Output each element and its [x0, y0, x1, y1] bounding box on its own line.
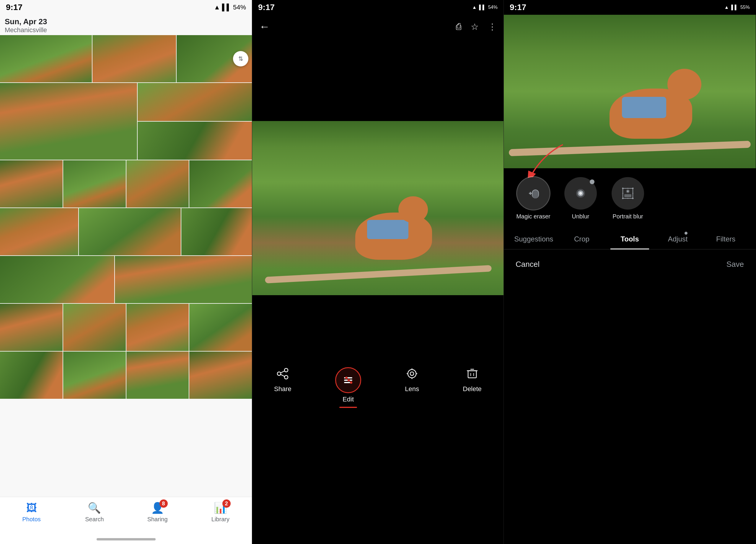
share-label: Share — [274, 385, 291, 393]
list-item[interactable] — [189, 351, 252, 399]
list-item[interactable] — [0, 160, 63, 208]
unblur-label: Unblur — [572, 213, 589, 220]
list-item[interactable] — [0, 208, 78, 255]
viewer-bottom-black — [252, 295, 504, 360]
home-indicator-2 — [348, 538, 408, 540]
nav-item-photos[interactable]: 🖼 Photos — [0, 502, 63, 523]
signal-icon-1: ▌▌ — [222, 4, 231, 11]
delete-action[interactable]: Delete — [463, 367, 482, 393]
list-item[interactable] — [189, 304, 252, 351]
list-item[interactable] — [126, 160, 189, 208]
nav-item-library[interactable]: 📊 2 Library — [189, 502, 252, 523]
svg-point-38 — [627, 188, 628, 189]
tool-unblur[interactable]: Unblur — [563, 177, 598, 220]
status-icons-1: ▲ ▌▌ 54% — [214, 4, 246, 11]
cast-icon[interactable]: ⎙ — [456, 22, 461, 32]
svg-point-1 — [284, 375, 288, 379]
adjust-tab-dot — [685, 232, 687, 235]
viewer-header-actions: ⎙ ☆ ⋮ — [456, 22, 496, 32]
wifi-icon-3: ▲ — [724, 5, 729, 10]
battery-icon-3: 55% — [740, 5, 750, 10]
share-action[interactable]: Share — [274, 367, 291, 393]
svg-point-2 — [277, 372, 281, 375]
status-bar-3: 9:17 ▲ ▌▌ 55% — [504, 0, 756, 15]
edit-bottom-actions: Cancel Save — [504, 250, 756, 279]
home-indicator-3 — [600, 538, 659, 540]
status-time-3: 9:17 — [510, 3, 526, 12]
svg-point-35 — [632, 188, 634, 189]
list-item[interactable] — [0, 351, 63, 399]
svg-point-36 — [622, 198, 624, 199]
list-item[interactable] — [189, 160, 252, 208]
portrait-blur-label: Portrait blur — [612, 213, 643, 220]
photos-location: Mechanicsville — [5, 26, 247, 34]
viewer-header: ← ⎙ ☆ ⋮ — [252, 15, 504, 38]
list-item[interactable] — [126, 304, 189, 351]
star-icon[interactable]: ☆ — [471, 22, 479, 32]
svg-point-40 — [632, 193, 633, 194]
list-item[interactable] — [0, 35, 92, 82]
wifi-icon-1: ▲ — [214, 4, 220, 11]
home-indicator-1 — [97, 538, 156, 540]
svg-point-10 — [350, 381, 352, 384]
tool-magic-eraser[interactable]: Magic eraser — [516, 177, 551, 220]
tab-crop[interactable]: Crop — [558, 229, 606, 250]
list-item[interactable] — [63, 351, 126, 399]
share-icon — [276, 367, 289, 383]
list-item[interactable] — [138, 83, 252, 121]
nav-item-search[interactable]: 🔍 Search — [63, 502, 126, 523]
nav-item-sharing[interactable]: 👤 8 Sharing — [126, 502, 189, 523]
list-item[interactable] — [79, 208, 181, 255]
photos-header: Sun, Apr 23 Mechanicsville — [0, 15, 252, 35]
svg-rect-24 — [532, 190, 538, 198]
search-nav-icon: 🔍 — [88, 502, 101, 514]
svg-point-37 — [632, 198, 634, 199]
list-item[interactable] — [181, 208, 252, 255]
tool-portrait-blur[interactable]: Portrait blur — [610, 177, 646, 220]
tool-dot — [590, 180, 594, 184]
list-item[interactable] — [63, 304, 126, 351]
list-item[interactable] — [115, 256, 252, 303]
svg-rect-33 — [624, 194, 631, 197]
scroll-indicator[interactable]: ⇅ — [233, 51, 248, 66]
more-options-icon[interactable]: ⋮ — [488, 22, 496, 32]
tab-adjust[interactable]: Adjust — [654, 229, 702, 250]
status-bar-1: 9:17 ▲ ▌▌ 54% — [0, 0, 252, 15]
photos-panel: 9:17 ▲ ▌▌ 54% Sun, Apr 23 Mechanicsville… — [0, 0, 252, 544]
list-item[interactable] — [0, 304, 63, 351]
list-item[interactable] — [138, 122, 252, 160]
svg-point-34 — [622, 188, 624, 189]
battery-icon-2: 54% — [488, 5, 498, 10]
signal-icon-2: ▌▌ — [479, 5, 486, 10]
list-item[interactable] — [0, 83, 137, 160]
edit-tools-panel: 9:17 ▲ ▌▌ 55% — [504, 0, 756, 544]
list-item[interactable] — [92, 35, 176, 82]
main-photo[interactable] — [252, 121, 504, 295]
svg-point-8 — [345, 377, 348, 379]
lens-action[interactable]: Lens — [405, 367, 419, 393]
tab-filters[interactable]: Filters — [702, 229, 750, 250]
status-bar-2: 9:17 ▲ ▌▌ 54% — [252, 0, 504, 15]
edit-action[interactable]: Edit — [335, 367, 361, 408]
tab-suggestions-label: Suggestions — [514, 235, 553, 243]
photo-viewer-panel: 9:17 ▲ ▌▌ 54% ← ⎙ ☆ ⋮ — [252, 0, 504, 544]
tools-list: Magic eraser Unblur — [504, 168, 756, 229]
viewer-bottom-bar: Share Edit — [252, 360, 504, 408]
save-button[interactable]: Save — [726, 260, 744, 269]
tools-tab-indicator — [610, 249, 649, 250]
tab-suggestions[interactable]: Suggestions — [510, 229, 558, 250]
edit-photo-area[interactable] — [504, 15, 756, 168]
svg-line-4 — [280, 374, 285, 377]
tab-crop-label: Crop — [574, 235, 589, 243]
list-item[interactable] — [63, 160, 126, 208]
list-item[interactable] — [126, 351, 189, 399]
list-item[interactable] — [0, 256, 114, 303]
delete-label: Delete — [463, 385, 482, 393]
magic-eraser-icon-circle — [517, 177, 550, 210]
tab-tools[interactable]: Tools — [606, 229, 654, 250]
edit-active-underline — [339, 407, 357, 408]
tools-section: Magic eraser Unblur — [504, 168, 756, 229]
nav-label-photos: Photos — [22, 516, 40, 523]
back-button[interactable]: ← — [259, 20, 270, 33]
cancel-button[interactable]: Cancel — [516, 260, 540, 269]
